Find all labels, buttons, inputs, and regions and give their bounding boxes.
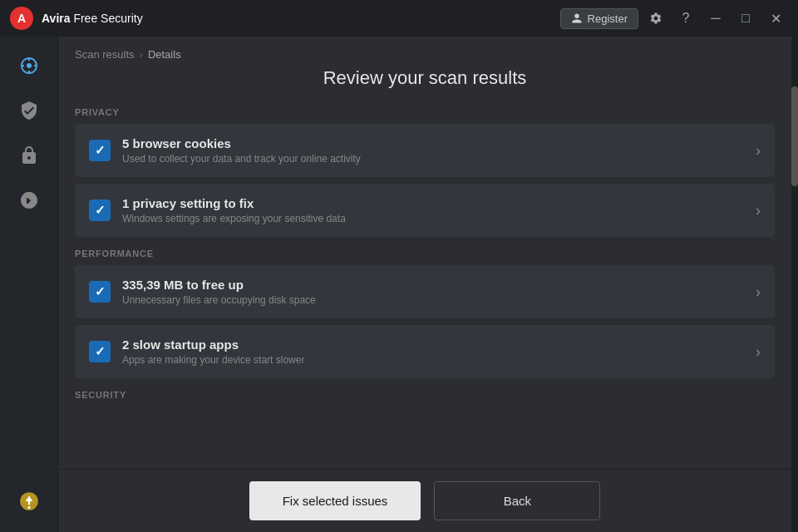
breadcrumb-separator: › (140, 48, 143, 61)
shield-icon (19, 101, 39, 121)
issue-item-cookies[interactable]: ✓ 5 browser cookies Used to collect your… (75, 124, 775, 177)
back-button[interactable]: Back (434, 481, 600, 520)
sidebar (0, 37, 58, 532)
chevron-right-icon: › (756, 142, 761, 160)
sidebar-item-lock[interactable] (8, 135, 50, 176)
issue-desc-cookies: Used to collect your data and track your… (122, 153, 747, 165)
title-bar-right: Register ? ─ □ ✕ (560, 6, 788, 31)
sidebar-item-scan[interactable] (8, 45, 50, 86)
rocket-icon (19, 190, 39, 210)
checkbox-privacy-setting[interactable]: ✓ (89, 200, 111, 221)
svg-point-3 (27, 506, 30, 509)
issue-desc-privacy-setting: Windows settings are exposing your sensi… (122, 213, 747, 224)
scrollbar-thumb[interactable] (791, 86, 798, 186)
issue-title-startup-apps: 2 slow startup apps (122, 337, 747, 352)
sidebar-item-performance[interactable] (8, 180, 50, 221)
scroll-area[interactable]: PRIVACY ✓ 5 browser cookies Used to coll… (58, 104, 791, 469)
scrollbar-track[interactable] (791, 37, 798, 532)
issue-title-privacy-setting: 1 privacy setting to fix (122, 196, 747, 210)
content-area: Scan results › Details Review your scan … (58, 37, 791, 532)
issue-item-disk-space[interactable]: ✓ 335,39 MB to free up Unnecessary files… (75, 265, 775, 318)
register-button[interactable]: Register (560, 8, 638, 29)
svg-point-0 (27, 63, 32, 68)
scan-icon (19, 56, 39, 76)
action-bar: Fix selected issues Back (58, 469, 791, 532)
close-button[interactable]: ✕ (763, 6, 788, 31)
minimize-button[interactable]: ─ (703, 6, 728, 31)
issue-desc-disk-space: Unnecessary files are occupying disk spa… (122, 294, 747, 306)
page-title: Review your scan results (58, 67, 791, 89)
avira-logo: A (10, 7, 33, 30)
section-label-privacy: PRIVACY (75, 107, 775, 117)
help-button[interactable]: ? (673, 6, 698, 31)
app-title: Avira Free Security (42, 12, 143, 25)
gear-icon (649, 12, 663, 25)
upgrade-icon (18, 490, 40, 512)
sidebar-item-upgrade[interactable] (8, 480, 50, 522)
chevron-right-icon: › (756, 202, 761, 219)
issue-desc-startup-apps: Apps are making your device start slower (122, 354, 747, 366)
chevron-right-icon: › (756, 283, 761, 301)
breadcrumb-current: Details (148, 48, 181, 61)
lock-icon (19, 145, 39, 165)
breadcrumb-parent: Scan results (75, 48, 135, 61)
fix-selected-button[interactable]: Fix selected issues (249, 481, 421, 520)
section-label-security: SECURITY (75, 390, 775, 400)
issue-item-startup-apps[interactable]: ✓ 2 slow startup apps Apps are making yo… (75, 325, 775, 378)
section-label-performance: PERFORMANCE (75, 249, 775, 259)
sidebar-item-shield[interactable] (8, 90, 50, 131)
maximize-button[interactable]: □ (733, 6, 758, 31)
chevron-right-icon: › (756, 343, 761, 361)
checkbox-startup-apps[interactable]: ✓ (89, 341, 111, 362)
issue-title-disk-space: 335,39 MB to free up (122, 278, 747, 292)
issue-title-cookies: 5 browser cookies (122, 136, 747, 150)
settings-button[interactable] (643, 6, 668, 31)
issue-item-privacy-setting[interactable]: ✓ 1 privacy setting to fix Windows setti… (75, 184, 775, 237)
user-icon (571, 12, 583, 24)
checkbox-cookies[interactable]: ✓ (89, 140, 111, 161)
breadcrumb: Scan results › Details (58, 37, 791, 67)
main-layout: Scan results › Details Review your scan … (0, 37, 798, 532)
checkbox-disk-space[interactable]: ✓ (89, 281, 111, 303)
title-bar: A Avira Free Security Register ? ─ □ ✕ (0, 0, 798, 37)
title-bar-left: A Avira Free Security (10, 7, 143, 30)
